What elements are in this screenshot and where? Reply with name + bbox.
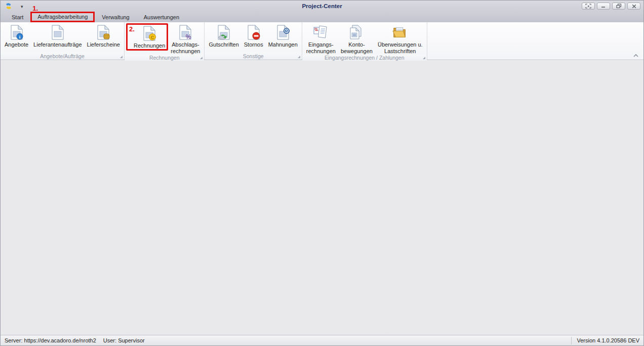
- top-chrome: ▾ Project-Center: [1, 1, 643, 22]
- titlebar: ▾ Project-Center: [1, 1, 643, 12]
- window-title: Project-Center: [1, 3, 643, 9]
- status-left: Server: https://dev.acadoro.de/nroth2 Us…: [5, 337, 145, 343]
- restore-button[interactable]: [612, 3, 625, 10]
- abschlagsrechnungen-button[interactable]: % Abschlags- rechnungen: [168, 23, 203, 55]
- document-refund-icon: [216, 24, 232, 40]
- ribbon-empty-area: [427, 22, 643, 60]
- group-caption-label: Angebote/Aufträge: [40, 53, 85, 59]
- ribbon-group-eingangsrechnungen-zahlungen: Eingangs- rechnungen Konto- bewegungen: [302, 22, 427, 60]
- mahnungen-button[interactable]: Mahnungen: [266, 23, 300, 49]
- documents-stack-icon: [348, 24, 365, 40]
- ribbon-group-rechnungen: 2. C Rechnungen: [125, 22, 205, 60]
- application-window: ▾ Project-Center: [0, 0, 644, 346]
- lieferscheine-button[interactable]: Lieferscheine: [85, 23, 123, 49]
- rechnungen-label: Rechnungen: [134, 42, 165, 49]
- document-cancel-icon: [246, 24, 262, 40]
- mahnungen-label: Mahnungen: [268, 41, 298, 48]
- document-coin-icon: C: [141, 25, 157, 41]
- angebote-button[interactable]: i Angebote: [2, 23, 31, 49]
- ribbon-tab-bar: Start 1. Auftragsbearbeitung Verwaltung …: [1, 12, 643, 22]
- document-icon: [50, 24, 66, 40]
- group-caption-label: Eingangsrechnungen / Zahlungen: [325, 55, 405, 61]
- svg-text:%: %: [186, 33, 191, 40]
- group-caption-eingangsrechnungen-zahlungen: Eingangsrechnungen / Zahlungen: [302, 55, 427, 61]
- rechnungen-button[interactable]: 2. C Rechnungen: [126, 23, 168, 51]
- tab-verwaltung[interactable]: Verwaltung: [95, 13, 136, 22]
- close-icon: [632, 4, 636, 9]
- group-caption-sonstige: Sonstige: [205, 52, 301, 60]
- ribbon: i Angebote Lieferantenaufträge: [1, 22, 643, 60]
- fit-screen-icon: [585, 4, 591, 9]
- quick-access-dropdown-icon[interactable]: ▾: [21, 4, 23, 9]
- envelope-document-icon: [313, 24, 329, 40]
- group-dialog-launcher-icon[interactable]: [298, 56, 300, 58]
- group-dialog-launcher-icon[interactable]: [200, 57, 203, 59]
- group-caption-label: Sonstige: [243, 53, 264, 59]
- group-caption-angebote-auftraege: Angebote/Aufträge: [1, 52, 124, 60]
- group-caption-rechnungen: Rechnungen: [125, 55, 205, 61]
- collapse-ribbon-icon[interactable]: [632, 53, 639, 58]
- ueberweisungen-lastschriften-button[interactable]: Überweisungen u. Lastschriften: [375, 23, 425, 55]
- gutschriften-label: Gutschriften: [209, 41, 238, 48]
- document-info-icon: i: [9, 24, 25, 40]
- status-separator: [571, 337, 572, 344]
- document-clock-icon: [275, 24, 291, 40]
- status-right: Version 4.1.0.20586 DEV: [571, 337, 639, 344]
- document-package-icon: [95, 24, 111, 40]
- svg-text:C: C: [151, 35, 154, 40]
- tab-start[interactable]: Start: [5, 13, 30, 22]
- group-caption-label: Rechnungen: [149, 55, 180, 61]
- angebote-label: Angebote: [5, 41, 28, 48]
- tab-auftragsbearbeitung-label: Auftragsbearbeitung: [37, 14, 88, 20]
- group-dialog-launcher-icon[interactable]: [423, 57, 425, 59]
- eingangsrechnungen-button[interactable]: Eingangs- rechnungen: [304, 23, 338, 55]
- eingangsrechnungen-label: Eingangs- rechnungen: [306, 41, 336, 54]
- ribbon-group-sonstige: Gutschriften Stornos: [205, 22, 302, 60]
- ueberweisungen-lastschriften-label: Überweisungen u. Lastschriften: [378, 41, 423, 54]
- window-controls: [582, 3, 640, 10]
- minimize-icon: [601, 4, 606, 8]
- open-folder-icon: [392, 24, 408, 40]
- group-dialog-launcher-icon[interactable]: [120, 56, 123, 58]
- restore-icon: [616, 4, 622, 9]
- stornos-label: Stornos: [244, 41, 263, 48]
- ribbon-group-angebote-auftraege: i Angebote Lieferantenaufträge: [1, 22, 125, 60]
- status-user: User: Supervisor: [103, 337, 145, 343]
- close-button[interactable]: [627, 3, 640, 10]
- tab-auswertungen[interactable]: Auswertungen: [137, 13, 186, 22]
- status-version: Version 4.1.0.20586 DEV: [577, 337, 639, 343]
- kontobewegungen-label: Konto- bewegungen: [341, 41, 373, 54]
- document-percent-icon: %: [177, 24, 193, 40]
- annotation-step-2: 2.: [129, 25, 135, 33]
- app-logo-icon[interactable]: [5, 2, 13, 10]
- kontobewegungen-button[interactable]: Konto- bewegungen: [338, 23, 375, 55]
- status-bar: Server: https://dev.acadoro.de/nroth2 Us…: [1, 335, 643, 345]
- stornos-button[interactable]: Stornos: [242, 23, 266, 49]
- abschlagsrechnungen-label: Abschlags- rechnungen: [171, 41, 200, 54]
- status-server: Server: https://dev.acadoro.de/nroth2: [5, 337, 96, 343]
- fit-screen-button[interactable]: [582, 3, 595, 10]
- minimize-button[interactable]: [597, 3, 610, 10]
- annotation-step-1: 1.: [32, 5, 38, 12]
- lieferantenauftraege-button[interactable]: Lieferantenaufträge: [31, 23, 84, 49]
- lieferantenauftraege-label: Lieferantenaufträge: [33, 41, 82, 48]
- workspace-content-area: [1, 60, 643, 335]
- lieferscheine-label: Lieferscheine: [87, 41, 120, 48]
- tab-auftragsbearbeitung[interactable]: 1. Auftragsbearbeitung: [30, 12, 95, 22]
- gutschriften-button[interactable]: Gutschriften: [206, 23, 241, 49]
